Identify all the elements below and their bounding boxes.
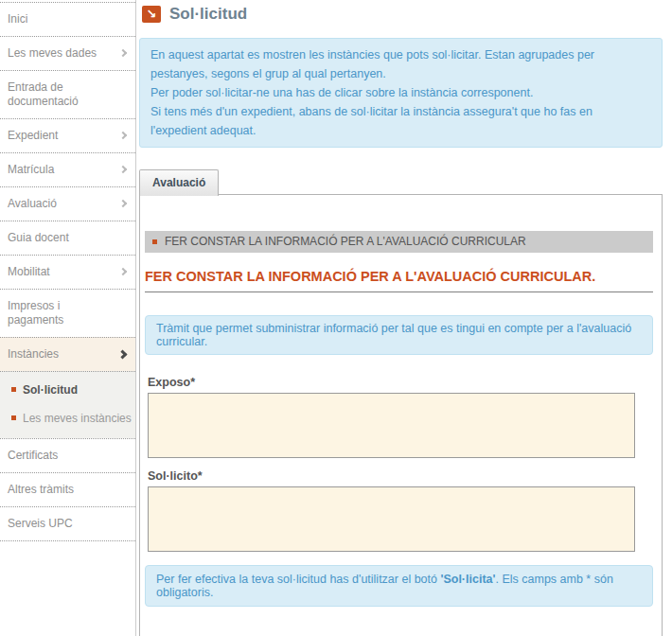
sidebar-item-instancies[interactable]: Instàncies — [0, 337, 135, 371]
sidebar-item-les-meves-dades[interactable]: Les meves dades — [0, 36, 135, 70]
sidebar-subitem-label: Sol·licitud — [23, 383, 78, 397]
tab-bar: Avaluació — [139, 169, 663, 195]
collapsible-section-bar[interactable]: FER CONSTAR LA INFORMACIÓ PER A L'AVALUA… — [145, 231, 653, 253]
intro-line-2: Per poder sol·licitar-ne una has de clic… — [150, 83, 651, 102]
sollicito-label: Sol·licito* — [148, 469, 653, 483]
sidebar-nav: Inici Les meves dades Entrada de documen… — [0, 2, 135, 541]
sidebar-submenu-instancies: Sol·licitud Les meves instàncies — [0, 371, 135, 438]
chevron-right-icon — [119, 165, 127, 172]
square-bullet-icon — [11, 415, 16, 420]
intro-line-3: Si tens més d'un expedient, abans de sol… — [150, 102, 651, 140]
sidebar-subitem-label: Les meves instàncies — [23, 412, 132, 425]
sidebar-item-label: Entrada de documentació — [8, 80, 79, 108]
tab-avaluacio[interactable]: Avaluació — [139, 169, 219, 196]
square-bullet-icon — [11, 387, 16, 392]
sidebar-item-inici[interactable]: Inici — [0, 2, 135, 36]
sidebar-item-label: Altres tràmits — [8, 483, 74, 496]
chevron-right-icon — [119, 267, 127, 274]
intro-line-1: En aquest apartat es mostren les instànc… — [150, 45, 651, 83]
exposo-textarea[interactable] — [148, 393, 635, 458]
sidebar-item-label: Instàncies — [8, 347, 59, 361]
intro-info-box: En aquest apartat es mostren les instànc… — [139, 38, 663, 148]
tab-panel: FER CONSTAR LA INFORMACIÓ PER A L'AVALUA… — [139, 194, 663, 636]
chevron-right-icon — [119, 48, 127, 56]
sidebar-item-serveis-upc[interactable]: Serveis UPC — [0, 506, 135, 540]
submit-note: Per fer efectiva la teva sol·licitud has… — [145, 565, 653, 607]
sidebar-item-entrada-de-documentacio[interactable]: Entrada de documentació — [0, 70, 135, 118]
sidebar-item-label: Guia docent — [8, 231, 69, 244]
sollicito-textarea[interactable] — [148, 486, 635, 552]
sidebar-item-label: Avaluació — [8, 197, 57, 210]
section-arrow-icon: ↘ — [142, 6, 161, 23]
tramit-description: Tràmit que permet subministrar informaci… — [145, 315, 653, 355]
chevron-right-icon — [119, 131, 127, 138]
sidebar-item-impresos-i-pagaments[interactable]: Impresos i pagaments — [0, 289, 135, 337]
sidebar-item-avaluacio[interactable]: Avaluació — [0, 186, 135, 221]
sidebar-item-label: Inici — [8, 12, 27, 26]
section-bar-label: FER CONSTAR LA INFORMACIÓ PER A L'AVALUA… — [165, 235, 526, 249]
note-text-before: Per fer efectiva la teva sol·licitud has… — [156, 573, 440, 586]
sidebar-item-matricula[interactable]: Matrícula — [0, 152, 135, 186]
sidebar-item-label: Mobilitat — [8, 265, 50, 278]
chevron-right-icon — [119, 199, 127, 206]
sidebar-item-label: Les meves dades — [8, 46, 97, 60]
chevron-right-icon — [118, 349, 128, 359]
exposo-label: Exposo* — [148, 376, 653, 389]
sidebar-item-certificats[interactable]: Certificats — [0, 438, 135, 472]
sidebar-item-label: Certificats — [8, 449, 58, 462]
sidebar-item-altres-tramits[interactable]: Altres tràmits — [0, 472, 135, 506]
sidebar-item-label: Matrícula — [8, 163, 54, 176]
note-text-bold: 'Sol·licita' — [440, 573, 495, 586]
sidebar-item-label: Serveis UPC — [8, 517, 73, 530]
square-bullet-icon — [152, 239, 157, 244]
page-title: Sol·licitud — [169, 5, 247, 24]
form-heading: FER CONSTAR LA INFORMACIÓ PER A L'AVALUA… — [145, 269, 653, 284]
page-header: ↘ Sol·licitud — [142, 5, 663, 24]
sidebar-subitem-sollicitud[interactable]: Sol·licitud — [0, 376, 135, 404]
sidebar-item-label: Expedient — [8, 129, 58, 142]
sidebar: Inici Les meves dades Entrada de documen… — [0, 0, 136, 636]
sidebar-item-mobilitat[interactable]: Mobilitat — [0, 255, 135, 289]
sidebar-subitem-les-meves-instancies[interactable]: Les meves instàncies — [0, 404, 135, 433]
heading-divider — [145, 292, 653, 292]
sidebar-item-label: Impresos i pagaments — [8, 299, 63, 327]
main-content: ↘ Sol·licitud En aquest apartat es mostr… — [139, 0, 663, 636]
sidebar-item-expedient[interactable]: Expedient — [0, 118, 135, 152]
sidebar-item-guia-docent[interactable]: Guia docent — [0, 221, 135, 255]
